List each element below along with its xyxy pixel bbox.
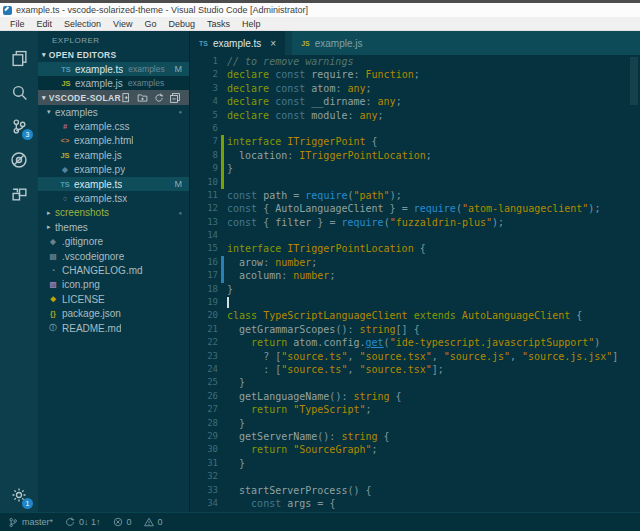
tree-item-example.html[interactable]: <>example.html	[38, 134, 189, 148]
folder-section-header[interactable]: ▾ VSCODE-SOLARIZED...	[38, 90, 189, 105]
file-type-vscodeignore-icon: ▤	[47, 252, 59, 261]
tree-item-example.ts[interactable]: TSexample.tsM	[38, 177, 189, 191]
tree-item-README.md[interactable]: ⓘREADME.md	[38, 321, 189, 335]
menu-item-help[interactable]: Help	[236, 17, 267, 30]
tree-item-.gitignore[interactable]: ◈.gitignore	[38, 235, 189, 249]
status-warnings[interactable]: 0	[144, 517, 163, 527]
activity-item-extensions[interactable]	[0, 177, 38, 211]
tab-example.ts[interactable]: TSexample.ts×	[190, 31, 285, 55]
menu-item-selection[interactable]: Selection	[58, 17, 107, 30]
code-text: class TypeScriptLanguageClient extends A…	[224, 309, 582, 322]
menu-item-debug[interactable]: Debug	[162, 17, 201, 30]
collapse-all-icon[interactable]	[170, 93, 180, 103]
menu-item-edit[interactable]: Edit	[31, 17, 59, 30]
code-line-14: 14	[190, 229, 640, 242]
tree-item-LICENSE[interactable]: ❖LICENSE	[38, 292, 189, 306]
tree-item-example.css[interactable]: #example.css	[38, 119, 189, 133]
chevron-right-icon: ▸	[47, 223, 55, 231]
open-editors-header[interactable]: ▾ OPEN EDITORS	[38, 48, 189, 62]
tree-item-example.tsx[interactable]: ○example.tsx	[38, 191, 189, 205]
extensions-icon	[11, 186, 28, 203]
error-icon	[113, 517, 123, 527]
search-icon	[11, 84, 28, 101]
tab-example.js[interactable]: JSexample.js	[285, 31, 371, 55]
code-line-19: 19	[190, 296, 640, 309]
menu-item-view[interactable]: View	[107, 17, 138, 30]
open-editor-item-example.js[interactable]: JSexample.jsexamples	[38, 76, 189, 90]
activity-item-debug[interactable]	[0, 143, 38, 177]
line-number: 10	[190, 176, 221, 189]
code-line-5: 5declare const module: any;	[190, 109, 640, 122]
menu-item-go[interactable]: Go	[138, 17, 162, 30]
code-text: getServerName(): string {	[224, 430, 390, 443]
activity-item-source-control[interactable]: 3	[0, 109, 38, 143]
code-text: const { AutoLanguageClient } = require("…	[224, 202, 600, 215]
code-text	[224, 296, 229, 309]
code-text: const path = require("path");	[224, 189, 402, 202]
status-errors[interactable]: 0	[113, 517, 132, 527]
tree-item-label: examples	[55, 107, 98, 118]
new-folder-icon[interactable]	[137, 93, 148, 103]
tree-item-example.js[interactable]: JSexample.js	[38, 148, 189, 162]
refresh-icon[interactable]	[154, 93, 164, 103]
editor-scrollbar[interactable]	[630, 57, 638, 105]
tree-item-themes[interactable]: ▸themes	[38, 220, 189, 234]
code-text: declare const require: Function;	[224, 68, 420, 81]
file-type-json-icon: {}	[47, 309, 59, 318]
code-text: return "TypeScript";	[224, 403, 372, 416]
code-line-32: 32	[190, 470, 640, 483]
menu-item-file[interactable]: File	[4, 17, 31, 30]
tree-item-example.py[interactable]: ◆example.py	[38, 163, 189, 177]
tree-item-icon.png[interactable]: ▨icon.png	[38, 278, 189, 292]
code-text: const { filter } = require("fuzzaldrin-p…	[224, 216, 504, 229]
code-line-28: 28 }	[190, 417, 640, 430]
close-tab-icon[interactable]: ×	[270, 38, 276, 49]
file-type-changelog-icon: ◔	[47, 266, 59, 275]
code-line-23: 23 ? ["source.ts", "source.tsx", "source…	[190, 350, 640, 363]
open-editor-filename: example.js	[75, 78, 123, 89]
line-number: 29	[190, 430, 221, 443]
code-line-29: 29 getServerName(): string {	[190, 430, 640, 443]
activity-badge-source-control: 3	[22, 129, 33, 140]
code-line-12: 12const { AutoLanguageClient } = require…	[190, 202, 640, 215]
file-type-ts-icon: TS	[199, 40, 208, 47]
line-number: 32	[190, 470, 221, 483]
open-editor-item-example.ts[interactable]: TSexample.tsexamplesM	[38, 62, 189, 76]
line-number: 16	[190, 256, 221, 269]
line-number: 20	[190, 309, 221, 322]
chevron-down-icon: ▾	[47, 108, 55, 116]
code-editor[interactable]: 1// to remove warnings2declare const req…	[190, 55, 640, 512]
code-text: acolumn: number;	[224, 269, 335, 282]
menu-item-tasks[interactable]: Tasks	[201, 17, 236, 30]
git-status-dot: ●	[178, 210, 185, 216]
tree-item-label: example.py	[74, 164, 125, 175]
tree-item-.vscodeignore[interactable]: ▤.vscodeignore	[38, 249, 189, 263]
activity-item-settings[interactable]: 1	[0, 478, 38, 512]
status-git-branch[interactable]: master*	[8, 517, 53, 528]
chevron-right-icon: ▸	[47, 209, 55, 217]
open-editor-filename: example.ts	[75, 64, 123, 75]
debug-icon	[10, 151, 28, 169]
line-number: 4	[190, 95, 221, 108]
tab-label: example.ts	[213, 38, 261, 49]
activity-item-search[interactable]	[0, 75, 38, 109]
chevron-down-icon: ▾	[42, 94, 46, 102]
tree-item-package.json[interactable]: {}package.json	[38, 306, 189, 320]
tree-item-examples[interactable]: ▾examples●	[38, 105, 189, 119]
code-line-20: 20class TypeScriptLanguageClient extends…	[190, 309, 640, 322]
code-text: }	[224, 376, 245, 389]
status-sync-status[interactable]: 0↓ 1↑	[65, 517, 101, 527]
code-line-9: 9}	[190, 162, 640, 175]
new-file-icon[interactable]	[121, 93, 131, 103]
tree-item-screenshots[interactable]: ▸screenshots●	[38, 206, 189, 220]
code-line-30: 30 return "SourceGraph";	[190, 443, 640, 456]
tree-item-label: example.js	[74, 150, 122, 161]
file-type-gitignore-icon: ◈	[47, 237, 59, 246]
git-modified-badge: M	[175, 64, 186, 74]
open-editor-folder: examples	[128, 64, 164, 74]
tree-item-CHANGELOG.md[interactable]: ◔CHANGELOG.md	[38, 263, 189, 277]
activity-item-explorer[interactable]	[0, 41, 38, 75]
code-line-26: 26 getLanguageName(): string {	[190, 390, 640, 403]
code-line-27: 27 return "TypeScript";	[190, 403, 640, 416]
tree-item-label: example.tsx	[74, 193, 127, 204]
